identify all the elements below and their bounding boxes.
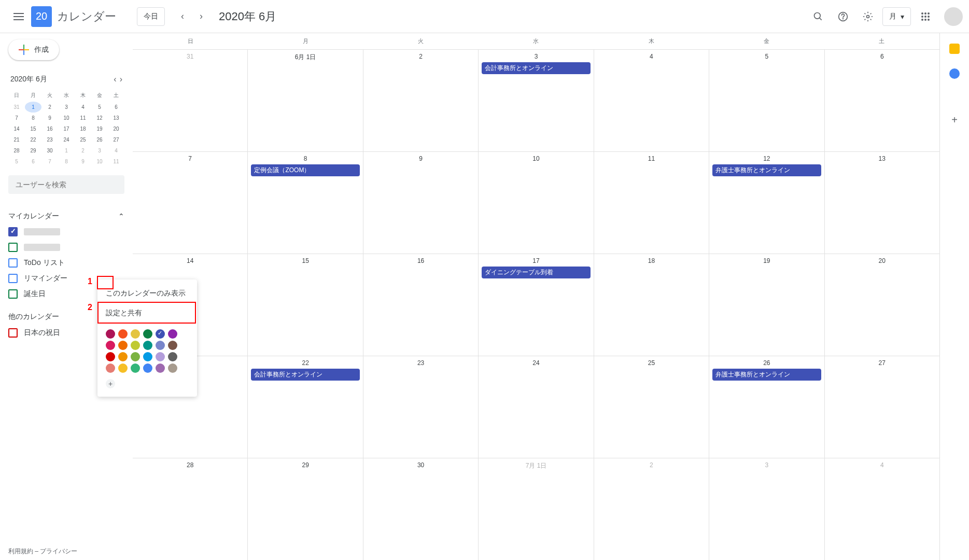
- date-range-title[interactable]: 2020年 6月: [219, 9, 276, 24]
- search-people-input[interactable]: [8, 175, 124, 194]
- mini-day-cell[interactable]: 11: [108, 156, 124, 167]
- create-button[interactable]: 作成: [8, 39, 59, 60]
- day-cell[interactable]: 23: [363, 356, 479, 458]
- day-cell[interactable]: 7月 1日: [479, 458, 594, 560]
- mini-day-cell[interactable]: 5: [8, 156, 25, 167]
- color-swatch[interactable]: [168, 329, 177, 339]
- color-swatch[interactable]: [143, 341, 152, 350]
- color-swatch[interactable]: [118, 352, 128, 361]
- color-swatch[interactable]: [106, 329, 115, 339]
- mini-day-cell[interactable]: 3: [91, 145, 108, 156]
- color-swatch[interactable]: [131, 341, 140, 350]
- day-cell[interactable]: 27: [825, 356, 939, 458]
- mini-day-cell[interactable]: 15: [25, 123, 41, 134]
- mini-day-cell[interactable]: 21: [8, 134, 25, 145]
- calendar-checkbox[interactable]: [8, 328, 18, 338]
- calendar-checkbox[interactable]: [8, 274, 18, 283]
- day-cell[interactable]: 24: [479, 356, 594, 458]
- color-swatch[interactable]: [106, 363, 115, 373]
- day-cell[interactable]: 31: [133, 50, 248, 151]
- mini-day-cell[interactable]: 2: [75, 145, 91, 156]
- mini-day-cell[interactable]: 1: [25, 102, 41, 113]
- mini-day-cell[interactable]: 4: [108, 145, 124, 156]
- settings-icon[interactable]: [858, 6, 878, 27]
- day-cell[interactable]: 7: [133, 152, 248, 254]
- calendar-item[interactable]: ToDo リスト: [8, 255, 124, 271]
- menu-settings-share[interactable]: 設定と共有: [97, 303, 197, 323]
- keep-icon[interactable]: [949, 44, 960, 54]
- color-swatch[interactable]: [143, 329, 152, 339]
- day-cell[interactable]: 30: [363, 458, 479, 560]
- menu-show-only[interactable]: このカレンダーのみ表示: [97, 284, 197, 303]
- mini-day-cell[interactable]: 19: [91, 123, 108, 134]
- mini-day-cell[interactable]: 18: [75, 123, 91, 134]
- day-cell[interactable]: 4: [594, 50, 709, 151]
- day-cell[interactable]: 18: [594, 254, 709, 356]
- add-addon-icon[interactable]: +: [951, 114, 958, 126]
- calendar-item[interactable]: [8, 224, 124, 240]
- calendar-event[interactable]: 弁護士事務所とオンライン: [712, 164, 821, 176]
- color-swatch[interactable]: [131, 352, 140, 361]
- mini-day-cell[interactable]: 25: [75, 134, 91, 145]
- calendar-item[interactable]: [8, 240, 124, 255]
- color-swatch[interactable]: [106, 341, 115, 350]
- mini-day-cell[interactable]: 9: [41, 113, 58, 123]
- mini-day-cell[interactable]: 6: [108, 102, 124, 113]
- hamburger-menu-icon[interactable]: [6, 4, 31, 29]
- day-cell[interactable]: 10: [479, 152, 594, 254]
- mini-day-cell[interactable]: 9: [75, 156, 91, 167]
- color-swatch[interactable]: [118, 341, 128, 350]
- apps-grid-icon[interactable]: [915, 6, 936, 27]
- mini-day-cell[interactable]: 27: [108, 134, 124, 145]
- day-cell[interactable]: 6: [825, 50, 939, 151]
- day-cell[interactable]: 3: [709, 458, 824, 560]
- mini-prev-icon[interactable]: ‹: [114, 75, 116, 84]
- color-swatch[interactable]: [168, 341, 177, 350]
- color-swatch[interactable]: [168, 352, 177, 361]
- color-swatch[interactable]: [118, 363, 128, 373]
- next-month-button[interactable]: ›: [193, 8, 209, 25]
- color-swatch[interactable]: [156, 341, 165, 350]
- color-swatch[interactable]: [143, 363, 152, 373]
- day-cell[interactable]: 8定例会議（ZOOM）: [248, 152, 363, 254]
- day-cell[interactable]: 25: [594, 356, 709, 458]
- mini-day-cell[interactable]: 6: [25, 156, 41, 167]
- today-button[interactable]: 今日: [137, 7, 165, 26]
- day-cell[interactable]: 2: [594, 458, 709, 560]
- mini-day-cell[interactable]: 12: [91, 113, 108, 123]
- prev-month-button[interactable]: ‹: [174, 8, 191, 25]
- mini-day-cell[interactable]: 8: [25, 113, 41, 123]
- mini-day-cell[interactable]: 20: [108, 123, 124, 134]
- calendar-checkbox[interactable]: [8, 227, 18, 236]
- day-cell[interactable]: 4: [825, 458, 939, 560]
- day-cell[interactable]: 16: [363, 254, 479, 356]
- mini-calendar-title[interactable]: 2020年 6月: [10, 75, 47, 84]
- day-cell[interactable]: 6月 1日: [248, 50, 363, 151]
- calendar-event[interactable]: 定例会議（ZOOM）: [251, 164, 359, 176]
- mini-day-cell[interactable]: 26: [91, 134, 108, 145]
- mini-day-cell[interactable]: 3: [58, 102, 75, 113]
- day-cell[interactable]: 26弁護士事務所とオンライン: [709, 356, 824, 458]
- color-swatch[interactable]: [131, 329, 140, 339]
- mini-day-cell[interactable]: 17: [58, 123, 75, 134]
- mini-day-cell[interactable]: 13: [108, 113, 124, 123]
- color-swatch[interactable]: [106, 352, 115, 361]
- mini-day-cell[interactable]: 1: [58, 145, 75, 156]
- color-swatch[interactable]: [156, 352, 165, 361]
- calendar-event[interactable]: ダイニングテーブル到着: [482, 267, 590, 278]
- day-cell[interactable]: 29: [248, 458, 363, 560]
- mini-day-cell[interactable]: 2: [41, 102, 58, 113]
- mini-day-cell[interactable]: 16: [41, 123, 58, 134]
- mini-day-cell[interactable]: 4: [75, 102, 91, 113]
- mini-day-cell[interactable]: 23: [41, 134, 58, 145]
- view-selector[interactable]: 月▾: [882, 7, 911, 26]
- color-swatch[interactable]: [156, 363, 165, 373]
- add-custom-color-icon[interactable]: +: [106, 379, 115, 388]
- calendar-event[interactable]: 会計事務所とオンライン: [251, 369, 359, 381]
- color-swatch[interactable]: [156, 329, 165, 339]
- color-swatch[interactable]: [118, 329, 128, 339]
- day-cell[interactable]: 19: [709, 254, 824, 356]
- mini-day-cell[interactable]: 28: [8, 145, 25, 156]
- user-avatar[interactable]: [944, 7, 963, 26]
- mini-day-cell[interactable]: 30: [41, 145, 58, 156]
